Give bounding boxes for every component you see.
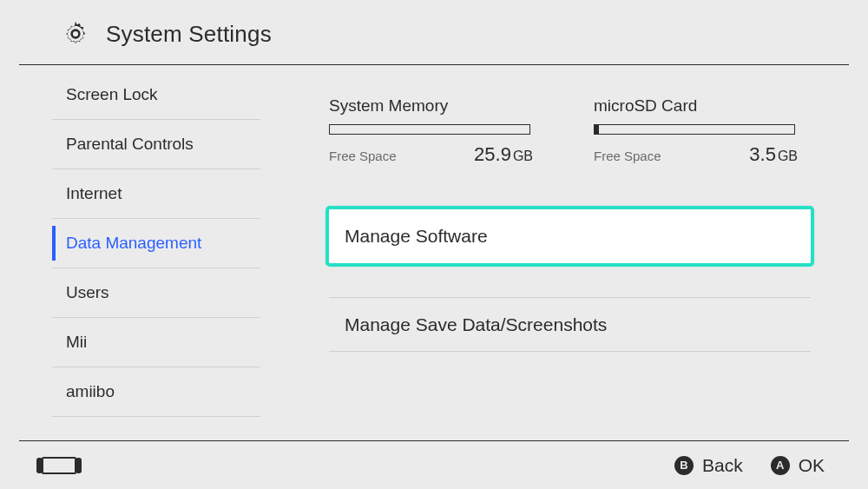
free-space-value: 25.9GB [474, 143, 533, 166]
storage-free-row: Free Space 25.9GB [329, 143, 533, 166]
storage-bar-fill [595, 125, 599, 134]
back-button-hint[interactable]: B Back [674, 455, 743, 476]
back-label: Back [702, 455, 743, 476]
option-label: Manage Software [345, 226, 488, 247]
option-manage-software[interactable]: Manage Software [329, 209, 811, 263]
storage-title: microSD Card [594, 96, 798, 116]
sidebar-item-label: amiibo [66, 382, 115, 401]
sidebar-item-label: Internet [66, 184, 122, 203]
footer: B Back A OK [19, 440, 849, 489]
storage-bar [594, 124, 795, 135]
footer-left [36, 457, 82, 474]
sidebar-item-label: Data Management [66, 234, 201, 253]
ok-button-hint[interactable]: A OK [771, 455, 825, 476]
sidebar-item-users[interactable]: Users [0, 268, 284, 317]
page-title: System Settings [106, 21, 272, 48]
sidebar-item-amiibo[interactable]: amiibo [0, 367, 284, 416]
storage-title: System Memory [329, 96, 533, 116]
footer-right: B Back A OK [674, 455, 825, 476]
option-manage-save-data[interactable]: Manage Save Data/Screenshots [329, 298, 811, 352]
storage-free-row: Free Space 3.5GB [594, 143, 798, 166]
sidebar-item-label: Parental Controls [66, 135, 194, 154]
spacer [329, 171, 811, 209]
controller-icon [36, 457, 82, 474]
b-button-icon: B [674, 456, 694, 475]
sidebar-item-internet[interactable]: Internet [0, 169, 284, 218]
main-panel: System Memory Free Space 25.9GB microSD … [284, 65, 868, 446]
header: System Settings [19, 0, 849, 65]
sidebar-item-mii[interactable]: Mii [0, 318, 284, 367]
sidebar-item-screen-lock[interactable]: Screen Lock [0, 70, 284, 119]
free-space-label: Free Space [594, 149, 661, 163]
sidebar-item-label: Screen Lock [66, 85, 158, 104]
sidebar-item-label: Users [66, 283, 109, 302]
free-space-value: 3.5GB [749, 143, 798, 166]
storage-bar [329, 124, 530, 135]
option-label: Manage Save Data/Screenshots [345, 314, 607, 335]
storage-microsd: microSD Card Free Space 3.5GB [594, 96, 798, 166]
body: Screen Lock Parental Controls Internet D… [0, 65, 868, 446]
svg-rect-2 [76, 458, 82, 473]
ok-label: OK [799, 455, 825, 476]
a-button-icon: A [771, 456, 790, 475]
svg-rect-1 [36, 458, 43, 473]
sidebar: Screen Lock Parental Controls Internet D… [0, 65, 284, 446]
free-space-label: Free Space [329, 149, 397, 163]
svg-rect-0 [43, 458, 76, 473]
sidebar-item-parental-controls[interactable]: Parental Controls [0, 120, 284, 169]
sidebar-item-data-management[interactable]: Data Management [0, 219, 284, 268]
sidebar-divider [52, 416, 260, 417]
sidebar-item-label: Mii [66, 333, 87, 352]
settings-gear-icon [61, 19, 90, 49]
spacer [329, 263, 811, 298]
storage-system-memory: System Memory Free Space 25.9GB [329, 96, 533, 166]
storage-row: System Memory Free Space 25.9GB microSD … [329, 96, 811, 171]
